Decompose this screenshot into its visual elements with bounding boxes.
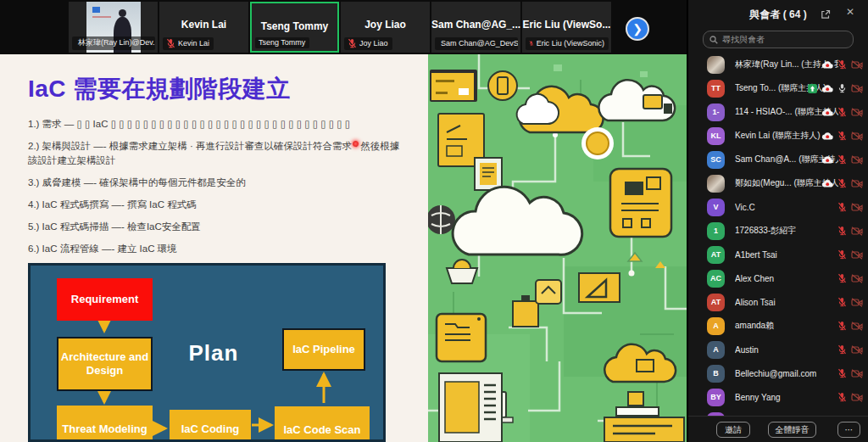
muted-mic-icon: [837, 273, 847, 283]
participant-row[interactable]: VVic.C: [688, 195, 868, 219]
tile-name-label: Kevin Lai: [163, 37, 214, 50]
participant-photo-avatar: [707, 56, 725, 74]
participant-row[interactable]: 林家瑋(Ray Lin... (主持人, 我): [688, 53, 868, 76]
muted-mic-icon: [348, 38, 357, 48]
participants-title: 與會者 ( 64 ): [688, 8, 868, 22]
participant-row[interactable]: ATAlison Tsai: [688, 290, 868, 314]
participant-row[interactable]: ATA1bert Tsai: [688, 243, 868, 266]
screen-sharing-icon: [808, 84, 817, 93]
muted-camera-icon: [851, 203, 863, 212]
participant-status-icons: [837, 243, 863, 266]
tile-label-text: Tseng Tommy: [259, 38, 305, 47]
tile-label-text: Eric Liu (ViewSonic): [537, 39, 604, 48]
participant-row[interactable]: 鄭如如(Megu... (聯席主持人): [688, 171, 868, 195]
participant-search[interactable]: [703, 31, 854, 48]
video-filmstrip: 林家瑋(Ray Lin)@Dev...Kevin LaiKevin LaiTse…: [0, 0, 687, 54]
participant-row[interactable]: BBellechiu@gmail.com: [688, 361, 868, 385]
cloud-recording-icon: [821, 60, 833, 69]
participant-avatar: AT: [707, 294, 725, 311]
participants-footer: 邀請 全體靜音 ⋯: [688, 416, 868, 442]
tile-label-text: 林家瑋(Ray Lin)@Dev...: [78, 37, 155, 48]
screen-share-area: IaC 需要在規劃階段建立 1.) 需求 — ▯ ▯ IaC ▯ ▯ ▯ ▯ ▯…: [0, 54, 687, 442]
muted-camera-icon: [851, 274, 863, 283]
participant-name: Alison Tsai: [735, 298, 776, 307]
participants-panel: 與會者 ( 64 ) ✕ 林家瑋(Ray Lin... (主持人, 我)TTTs…: [688, 0, 868, 442]
tile-label-text: Kevin Lai: [178, 39, 209, 48]
participant-avatar: BY: [707, 389, 725, 406]
meeting-window: 林家瑋(Ray Lin)@Dev...Kevin LaiKevin LaiTse…: [0, 0, 868, 442]
participant-status-icons: [837, 314, 863, 338]
video-tile-5[interactable]: Sam Chan@AG_...Sam Chan@AG_DevSe...: [431, 2, 520, 53]
participant-status-icons: [821, 148, 863, 171]
cloud-recording-icon: [821, 84, 833, 92]
participant-row[interactable]: KLKevin Lai (聯席主持人): [688, 124, 868, 148]
cloud-recording-icon: [821, 108, 833, 116]
slide-bullet-5: 5.) IaC 程式碼掃描 —- 檢查IaC安全配置: [28, 220, 401, 234]
invite-button[interactable]: 邀請: [716, 422, 750, 438]
slide-bullet-2: 2.) 架構與設計 —- 根據需求建立架構 · 再進行設計審查以確保設計符合需求…: [28, 139, 401, 168]
tile-name-label: Sam Chan@AG_DevSe...: [435, 37, 518, 50]
tile-display-name: Joy Liao: [341, 19, 430, 31]
participant-row[interactable]: 11726833-彭紹宇: [688, 219, 868, 243]
participant-row[interactable]: AAustin: [688, 338, 868, 361]
search-input[interactable]: [722, 35, 841, 44]
participant-status-icons: [837, 385, 863, 409]
participant-row[interactable]: BYBenny Yang: [688, 385, 868, 409]
muted-camera-icon: [851, 393, 863, 402]
slide-bullet-4: 4.) IaC 程式碼撰寫 —- 撰寫 IaC 程式碼: [28, 198, 401, 212]
cloud-recording-icon: [821, 131, 833, 140]
participant-row[interactable]: TTTseng To... (聯席主持人): [688, 76, 868, 100]
participant-row[interactable]: ACAlex Chen: [688, 266, 868, 290]
popout-icon[interactable]: [821, 8, 831, 23]
muted-mic-icon: [837, 368, 847, 378]
participant-status-icons: [837, 409, 863, 416]
tile-name-label: Joy Liao: [344, 37, 392, 50]
participant-avatar: A: [707, 341, 725, 359]
participant-status-icons: [808, 76, 863, 100]
participant-name: Alex Chen: [735, 274, 774, 283]
participant-status-icons: [837, 361, 863, 385]
close-icon[interactable]: ✕: [846, 6, 854, 18]
video-tile-2[interactable]: Kevin LaiKevin Lai: [159, 2, 248, 53]
participant-avatar: AT: [707, 246, 725, 264]
diagram-box-iac-pipeline: IaC Pipeline: [282, 328, 365, 371]
more-button[interactable]: ⋯: [837, 422, 860, 438]
participant-status-icons: [837, 266, 863, 290]
participant-row[interactable]: Aamanda賴: [688, 314, 868, 338]
slide-bullet-6: 6.) IaC 流程管線 —- 建立 IaC 環境: [28, 242, 401, 256]
video-tile-6[interactable]: Eric Liu (ViewSo...Eric Liu (ViewSonic): [522, 2, 611, 53]
muted-mic-icon: [837, 178, 847, 188]
muted-mic-icon: [837, 392, 847, 402]
participant-avatar: AC: [707, 270, 725, 288]
video-tiles: 林家瑋(Ray Lin)@Dev...Kevin LaiKevin LaiTse…: [69, 2, 611, 53]
participant-status-icons: [837, 219, 863, 243]
muted-mic-icon: [837, 297, 847, 307]
video-tile-3[interactable]: Tseng TommyTseng Tommy: [250, 2, 339, 53]
participant-status-icons: [821, 124, 863, 148]
participant-row[interactable]: [688, 409, 868, 416]
diagram-plan-label: Plan: [180, 340, 248, 366]
share-illustration: [428, 54, 687, 442]
mic-icon: [837, 83, 847, 93]
participant-avatar: B: [707, 365, 725, 383]
participant-avatar: A: [707, 317, 725, 335]
next-participants-button[interactable]: ❯: [626, 17, 649, 41]
video-tile-1[interactable]: 林家瑋(Ray Lin)@Dev...: [69, 2, 158, 53]
muted-mic-icon: [837, 321, 847, 331]
video-tile-4[interactable]: Joy LiaoJoy Liao: [341, 2, 430, 53]
muted-camera-icon: [851, 298, 863, 307]
participant-row[interactable]: SCSam Chan@A... (聯席主持人): [688, 148, 868, 171]
muted-mic-icon: [166, 38, 175, 48]
participant-row[interactable]: 1-114 - HSIAO-... (聯席主持人): [688, 100, 868, 124]
search-icon: [709, 36, 718, 44]
participant-name: Bellechiu@gmail.com: [735, 369, 816, 378]
mute-all-button[interactable]: 全體靜音: [768, 422, 816, 438]
muted-camera-icon: [851, 155, 863, 165]
participant-avatar: KL: [707, 127, 725, 145]
muted-camera-icon: [851, 250, 863, 260]
tile-label-text: Joy Liao: [359, 39, 388, 48]
laser-pointer-dot: [353, 141, 359, 147]
muted-camera-icon: [851, 84, 863, 93]
muted-mic-icon: [837, 344, 847, 355]
participant-photo-avatar: [707, 175, 725, 193]
